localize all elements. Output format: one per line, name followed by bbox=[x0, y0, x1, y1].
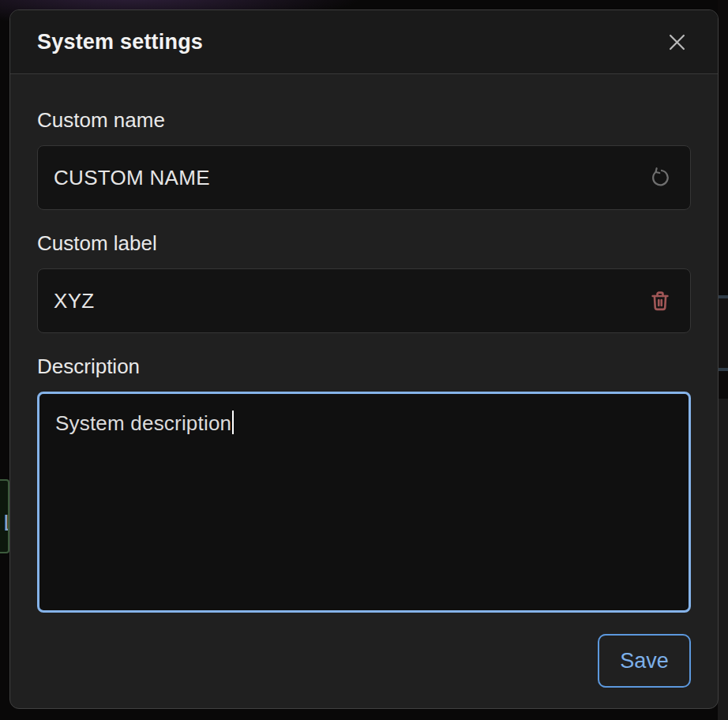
reset-custom-name-button[interactable] bbox=[641, 159, 679, 197]
description-text: System description bbox=[55, 411, 231, 435]
undo-icon bbox=[648, 166, 672, 189]
system-settings-dialog: System settings Custom name Custo bbox=[9, 9, 719, 709]
custom-name-label: Custom name bbox=[37, 107, 691, 133]
custom-label-label: Custom label bbox=[37, 231, 691, 256]
delete-custom-label-button[interactable] bbox=[641, 282, 679, 320]
custom-label-input[interactable] bbox=[38, 269, 690, 332]
close-button[interactable] bbox=[659, 24, 694, 59]
background-panel-row bbox=[718, 399, 728, 720]
custom-name-input-wrap bbox=[37, 145, 691, 210]
dialog-body: Custom name Custom label bbox=[10, 74, 718, 613]
background-code-block-fragment: L bbox=[0, 479, 9, 553]
dialog-footer: Save bbox=[10, 613, 718, 709]
background-panel-fragment bbox=[718, 0, 728, 720]
description-textarea[interactable]: System description bbox=[37, 392, 691, 613]
background-divider bbox=[718, 368, 728, 371]
save-button[interactable]: Save bbox=[598, 634, 691, 688]
text-cursor bbox=[232, 411, 234, 434]
dialog-title: System settings bbox=[37, 30, 203, 54]
custom-name-input[interactable] bbox=[38, 146, 690, 209]
custom-label-input-wrap bbox=[37, 268, 691, 333]
background-panel-row bbox=[718, 298, 728, 369]
background-partial-text: L bbox=[3, 509, 9, 536]
background-divider bbox=[718, 295, 728, 298]
description-label: Description bbox=[37, 354, 691, 379]
close-icon bbox=[666, 32, 688, 53]
dialog-header: System settings bbox=[10, 10, 718, 74]
trash-icon bbox=[648, 289, 672, 313]
